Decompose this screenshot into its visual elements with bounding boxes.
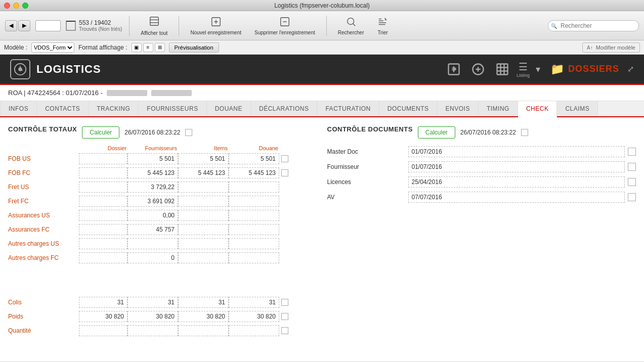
- tab-declarations[interactable]: DÉCLARATIONS: [251, 101, 317, 116]
- row-assurances-fc: Assurances FC 45 757: [8, 223, 317, 236]
- tab-documents[interactable]: DOCUMENTS: [379, 101, 438, 116]
- tab-envois[interactable]: ENVOIS: [438, 101, 479, 116]
- row-fret-fc-label: Fret FC: [8, 198, 79, 205]
- tab-infos[interactable]: INFOS: [0, 101, 37, 116]
- row-fob-fc-items: 5 445 123: [178, 167, 229, 178]
- prev-record-button[interactable]: ◀: [5, 20, 17, 31]
- doc-master-check[interactable]: [628, 148, 636, 156]
- row-fob-fc-check[interactable]: [281, 169, 288, 176]
- grid-button[interactable]: [492, 59, 512, 79]
- doc-row-fournisseur: Fournisseur 01/07/2016: [327, 160, 636, 173]
- row-colis: Colis 31 31 31 31: [8, 296, 317, 309]
- modele-select[interactable]: VDOS_Form: [31, 42, 74, 53]
- listing-button[interactable]: ☰ Listing: [517, 61, 530, 78]
- doc-fournisseur-check[interactable]: [628, 163, 636, 171]
- toolbar: ◀ ▶ 16 553 / 19402 Trouvés (Non triés) A…: [0, 11, 644, 40]
- record-number-input[interactable]: 16: [35, 20, 61, 31]
- tab-claims[interactable]: CLAIMS: [557, 101, 598, 116]
- maximize-icon[interactable]: [22, 3, 28, 9]
- afficher-tout-label: Afficher tout: [141, 30, 167, 36]
- row-assurances-us: Assurances US 0,00: [8, 209, 317, 222]
- row-colis-items: 31: [178, 297, 229, 308]
- row-poids-items: 30 820: [178, 311, 229, 322]
- row-fob-us-check[interactable]: [281, 155, 288, 162]
- window-controls: [4, 3, 28, 9]
- folder-icon: 📁: [550, 63, 564, 76]
- new-record-button[interactable]: Nouvel enregistrement: [186, 14, 245, 37]
- preview-button[interactable]: Prévisualisation: [169, 42, 219, 53]
- row-quantite-fournisseurs: [127, 325, 178, 336]
- row-autres-us-label: Autres charges US: [8, 240, 79, 247]
- row-quantite-check[interactable]: [281, 327, 288, 334]
- tabs-bar: INFOS CONTACTS TRACKING FOURNISSEURS DOU…: [0, 101, 644, 117]
- modifier-modele-button[interactable]: A↑ Modifier modèle: [582, 42, 640, 53]
- tab-check[interactable]: CHECK: [518, 101, 557, 117]
- row-fob-fc-douane: 5 445 123: [229, 167, 279, 178]
- next-record-button[interactable]: ▶: [18, 20, 30, 31]
- row-poids-label: Poids: [8, 313, 79, 320]
- doc-av-check[interactable]: [628, 193, 636, 201]
- row-autres-us-douane: [229, 238, 279, 249]
- format-list-button[interactable]: ≡: [143, 43, 153, 52]
- col-header-douane: Douane: [231, 145, 281, 151]
- row-assurances-us-fournisseurs: 0,00: [127, 210, 178, 221]
- row-fret-us-dossier: [79, 182, 127, 193]
- main-content: CONTRÔLE TOTAUX Calculer 26/07/2016 08:2…: [0, 117, 644, 361]
- resize-icon[interactable]: ⤢: [627, 64, 634, 74]
- window-title: Logistics (fmpserver-colubum.local): [274, 2, 370, 9]
- row-fob-us-douane: 5 501: [229, 153, 279, 164]
- dropdown-arrow-icon[interactable]: ▾: [536, 64, 540, 75]
- delete-record-button[interactable]: Supprimer l'enregistrement: [250, 14, 319, 37]
- calculer-left-button[interactable]: Calculer: [82, 126, 119, 139]
- right-checkbox[interactable]: [521, 129, 528, 136]
- left-checkbox[interactable]: [185, 129, 192, 136]
- row-poids-check[interactable]: [281, 313, 288, 320]
- row-assurances-us-items: [178, 210, 229, 221]
- svg-point-15: [19, 68, 22, 71]
- row-colis-check[interactable]: [281, 299, 288, 306]
- app-header: LOGISTICS ☰ Listing ▾ 📁 DOSSIERS ⤢: [0, 55, 644, 85]
- row-assurances-fc-items: [178, 224, 229, 235]
- row-assurances-fc-fournisseurs: 45 757: [127, 224, 178, 235]
- format-table-button[interactable]: ⊞: [155, 43, 165, 52]
- record-info: 553 / 19402 Trouvés (Non triés): [79, 19, 122, 32]
- sort-label: Trier: [377, 30, 388, 35]
- titlebar: Logistics (fmpserver-colubum.local): [0, 0, 644, 11]
- tab-tracking[interactable]: TRACKING: [89, 101, 139, 116]
- tab-fournisseurs[interactable]: FOURNISSEURS: [139, 101, 206, 116]
- row-poids-dossier: 30 820: [79, 311, 127, 322]
- record-count: 553 / 19402: [79, 19, 111, 26]
- tab-douane[interactable]: DOUANE: [207, 101, 251, 116]
- afficher-tout-button[interactable]: Afficher tout: [137, 14, 171, 38]
- delete-record-label: Supprimer l'enregistrement: [254, 30, 315, 35]
- search-input[interactable]: [548, 20, 639, 31]
- doc-av-label: AV: [327, 194, 408, 201]
- sort-button[interactable]: Trier: [373, 14, 392, 37]
- row-assurances-us-douane: [229, 210, 279, 221]
- search-icon: [346, 16, 357, 29]
- close-icon[interactable]: [4, 3, 10, 9]
- listing-label: Listing: [517, 73, 530, 78]
- row-quantite-items: [178, 325, 229, 336]
- svg-point-8: [347, 18, 354, 24]
- doc-row-av: AV 07/07/2016: [327, 191, 636, 204]
- tab-timing[interactable]: TIMING: [479, 101, 518, 116]
- row-fret-fc-fournisseurs: 3 691 092: [127, 196, 178, 207]
- plus-circle-button[interactable]: [468, 59, 488, 79]
- row-colis-label: Colis: [8, 299, 79, 306]
- tab-contacts[interactable]: CONTACTS: [37, 101, 89, 116]
- search-button[interactable]: Rechercher: [334, 14, 368, 37]
- format-form-button[interactable]: ▣: [132, 43, 142, 52]
- doc-licences-check[interactable]: [628, 178, 636, 186]
- row-autres-fc-douane: [229, 252, 279, 263]
- roa-bar: ROA | 474224564 : 01/07/2016 -: [0, 85, 644, 101]
- tab-facturation[interactable]: FACTURATION: [317, 101, 379, 116]
- dollar-icon-button[interactable]: [444, 59, 464, 79]
- calculer-right-button[interactable]: Calculer: [418, 126, 455, 139]
- row-quantite-douane: [229, 325, 279, 336]
- divider-2: [179, 16, 179, 36]
- spinner-icon: [66, 21, 76, 31]
- doc-fournisseur-value: 01/07/2016: [408, 161, 625, 172]
- minimize-icon[interactable]: [13, 3, 19, 9]
- doc-av-value: 07/07/2016: [408, 192, 625, 203]
